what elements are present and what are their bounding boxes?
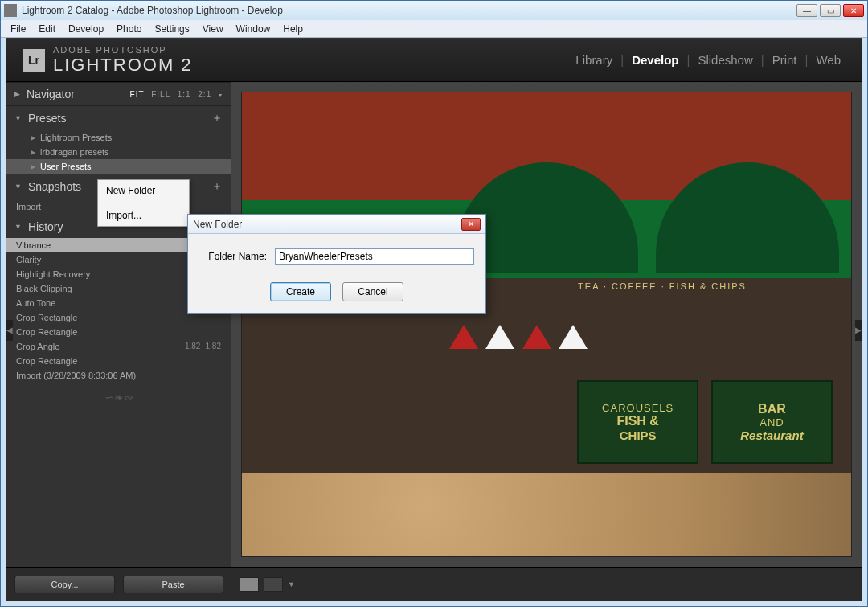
history-item-name: Crop Rectangle — [16, 327, 77, 337]
dialog-title: New Folder — [193, 219, 461, 230]
close-button[interactable]: ✕ — [843, 4, 864, 17]
menu-photo[interactable]: Photo — [110, 22, 148, 36]
menu-develop[interactable]: Develop — [62, 22, 110, 36]
lightroom-app: Lr ADOBE PHOTOSHOP LIGHTROOM 2 Library| … — [6, 38, 862, 601]
left-panel-handle[interactable]: ◀ — [6, 320, 13, 341]
add-preset-button[interactable]: ＋ — [211, 111, 223, 125]
lr-header: Lr ADOBE PHOTOSHOP LIGHTROOM 2 Library| … — [6, 39, 862, 82]
dialog-buttons: Create Cancel — [199, 282, 474, 301]
nav-develop[interactable]: Develop — [627, 53, 683, 67]
history-item-name: Crop Angle — [16, 342, 59, 351]
footer-toolbar: ▼ — [231, 568, 862, 601]
nav-fit[interactable]: FIT — [130, 90, 145, 99]
menu-window[interactable]: Window — [230, 22, 277, 36]
loupe-view-button[interactable] — [240, 577, 259, 592]
preset-folder[interactable]: ▶lrbdragan presets — [6, 145, 231, 159]
preset-folder-selected[interactable]: ▶User Presets — [6, 159, 231, 174]
menu-separator — [98, 203, 189, 203]
copy-button[interactable]: Copy... — [14, 576, 115, 593]
lr-footer: Copy... Paste ▼ — [6, 567, 862, 601]
brand-small: ADOBE PHOTOSHOP — [53, 45, 193, 55]
add-snapshot-button[interactable]: ＋ — [211, 179, 223, 194]
chevron-down-icon: ▼ — [14, 114, 22, 122]
left-panel: ▶ Navigator FIT FILL 1:1 2:1 ▾ ▼ — [6, 82, 231, 567]
navigator-label: Navigator — [27, 88, 75, 100]
chevron-right-icon: ▶ — [31, 163, 35, 170]
nav-1to1[interactable]: 1:1 — [178, 90, 191, 99]
ctx-new-folder[interactable]: New Folder — [98, 180, 189, 201]
lr-body: ▶ Navigator FIT FILL 1:1 2:1 ▾ ▼ — [6, 82, 862, 567]
paste-button[interactable]: Paste — [123, 576, 223, 593]
menu-file[interactable]: File — [4, 22, 32, 36]
new-folder-dialog: New Folder ✕ Folder Name: Create Cancel — [187, 214, 486, 314]
presets-header[interactable]: ▼ Presets ＋ — [6, 106, 231, 130]
nav-print[interactable]: Print — [768, 53, 802, 67]
maximize-button[interactable]: ▭ — [820, 4, 841, 17]
history-item-name: Import (3/28/2009 8:33:06 AM) — [16, 371, 136, 380]
lr-logo-icon: Lr — [23, 49, 45, 72]
history-item-name: Clarity — [16, 255, 41, 265]
history-item-name: Crop Rectangle — [16, 356, 77, 366]
ctx-import[interactable]: Import... — [98, 205, 189, 226]
nav-slideshow[interactable]: Slideshow — [693, 53, 757, 67]
right-panel-handle[interactable]: ▶ — [855, 320, 862, 341]
navigator-panel: ▶ Navigator FIT FILL 1:1 2:1 ▾ — [6, 82, 231, 105]
umbrella-icon — [485, 325, 514, 349]
folder-name-input[interactable] — [275, 248, 474, 265]
chevron-down-icon: ▼ — [14, 223, 22, 231]
window-buttons: — ▭ ✕ — [796, 4, 864, 17]
photo-banner-text: TEA · COFFEE · FISH & CHIPS — [485, 281, 839, 291]
footer-left: Copy... Paste — [6, 568, 231, 601]
umbrella-icon — [449, 325, 478, 349]
history-label: History — [28, 220, 63, 233]
menu-settings[interactable]: Settings — [148, 22, 195, 36]
before-after-button[interactable] — [264, 577, 283, 592]
create-button[interactable]: Create — [270, 282, 331, 301]
lr-brand: ADOBE PHOTOSHOP LIGHTROOM 2 — [53, 45, 193, 76]
menu-help[interactable]: Help — [276, 22, 309, 36]
dialog-close-button[interactable]: ✕ — [461, 218, 481, 231]
nav-fill[interactable]: FILL — [151, 90, 170, 99]
photo-ground — [242, 473, 851, 556]
nav-web[interactable]: Web — [811, 53, 845, 67]
preset-folder[interactable]: ▶Lightroom Presets — [6, 130, 231, 145]
history-item-value: -1.82 -1.82 — [182, 342, 221, 351]
umbrella-icon — [522, 325, 551, 349]
chevron-right-icon: ▶ — [14, 90, 20, 98]
navigator-zoom-opts: FIT FILL 1:1 2:1 ▾ — [126, 90, 223, 99]
window-title: Lightroom 2 Catalog - Adobe Photoshop Li… — [22, 5, 796, 16]
umbrella-icon — [559, 325, 588, 349]
photo-canvas[interactable]: TEA · COFFEE · FISH & CHIPS CAROUSELS FI… — [241, 92, 852, 557]
image-area: TEA · COFFEE · FISH & CHIPS CAROUSELS FI… — [231, 82, 862, 567]
context-menu: New Folder Import... — [97, 179, 190, 227]
titlebar[interactable]: Lightroom 2 Catalog - Adobe Photoshop Li… — [1, 1, 867, 20]
chevron-down-icon[interactable]: ▾ — [219, 92, 223, 99]
menu-view[interactable]: View — [196, 22, 230, 36]
history-item[interactable]: Crop Angle-1.82 -1.82 — [6, 339, 231, 354]
history-item[interactable]: Import (3/28/2009 8:33:06 AM) — [6, 368, 231, 383]
history-item-name: Highlight Recovery — [16, 269, 90, 279]
nav-library[interactable]: Library — [571, 53, 617, 67]
history-item[interactable]: Crop Rectangle — [6, 354, 231, 368]
chevron-down-icon[interactable]: ▼ — [288, 580, 295, 589]
menubar: File Edit Develop Photo Settings View Wi… — [1, 20, 867, 38]
menu-edit[interactable]: Edit — [32, 22, 62, 36]
app-icon — [4, 4, 17, 17]
window-frame: Lightroom 2 Catalog - Adobe Photoshop Li… — [0, 0, 868, 607]
nav-2to1[interactable]: 2:1 — [198, 90, 211, 99]
minimize-button[interactable]: — — [796, 4, 817, 17]
history-item-name: Crop Rectangle — [16, 313, 77, 322]
chevron-right-icon: ▶ — [31, 134, 35, 141]
navigator-header[interactable]: ▶ Navigator FIT FILL 1:1 2:1 ▾ — [6, 83, 231, 105]
presets-label: Presets — [28, 112, 66, 125]
history-item[interactable]: Crop Rectangle — [6, 325, 231, 339]
brand-big: LIGHTROOM 2 — [53, 55, 193, 76]
chevron-right-icon: ▶ — [31, 149, 35, 156]
chevron-down-icon: ▼ — [14, 183, 22, 191]
cancel-button[interactable]: Cancel — [342, 282, 403, 301]
dialog-body: Folder Name: Create Cancel — [188, 234, 485, 313]
snapshots-label: Snapshots — [28, 180, 81, 193]
folder-name-label: Folder Name: — [199, 251, 267, 262]
dialog-titlebar[interactable]: New Folder ✕ — [188, 215, 485, 234]
module-nav: Library| Develop| Slideshow| Print| Web — [571, 53, 845, 67]
